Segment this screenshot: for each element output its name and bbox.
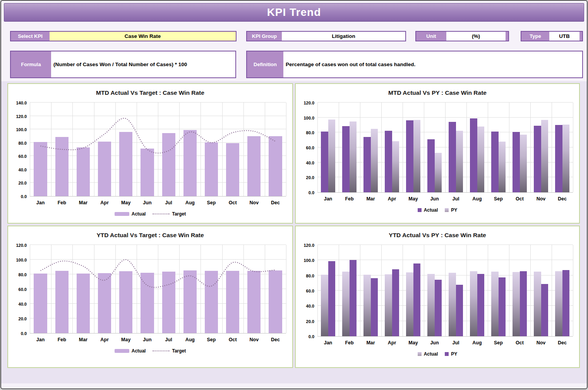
bar-actual-jun — [427, 274, 435, 336]
y-tick-label: 60.0 — [306, 145, 314, 150]
category-slot — [30, 245, 51, 333]
bar-actual-may — [406, 120, 413, 192]
bar-actual-nov — [247, 271, 261, 334]
legend-label: PY — [451, 351, 457, 357]
x-tick-label: Sep — [488, 196, 509, 202]
y-axis: 0.020.040.060.080.0100.0120.0 — [299, 103, 317, 192]
bar-actual-may — [119, 271, 132, 333]
x-tick-label: Feb — [339, 340, 360, 346]
y-tick-label: 20.0 — [19, 316, 27, 321]
x-labels: JanFebMarAprMayJunJulAugSepOctNovDec — [317, 193, 573, 202]
legend-item-actual: Actual — [115, 348, 146, 354]
formula-value: (Number of Cases Won / Total Number of C… — [51, 51, 235, 77]
bar-py-jun — [435, 153, 442, 192]
x-tick-label: Sep — [201, 337, 222, 342]
legend-item-actual: Actual — [115, 211, 146, 217]
bar-actual-aug — [470, 271, 477, 336]
x-tick-label: Nov — [530, 196, 552, 202]
bar-actual-jul — [449, 273, 456, 336]
y-tick-label: 80.0 — [19, 272, 27, 277]
x-tick-label: Dec — [552, 196, 573, 202]
bar-py-may — [413, 263, 421, 336]
x-tick-label: Apr — [381, 196, 403, 202]
y-tick-label: 80.0 — [306, 130, 314, 135]
chart-mtd-actual-vs-target: 0.020.040.060.080.0100.0120.0140.0JanFeb… — [8, 103, 292, 217]
y-axis: 0.020.040.060.080.0100.0120.0140.0 — [11, 103, 30, 196]
bar-py-nov — [541, 284, 549, 336]
x-tick-label: Feb — [51, 337, 72, 342]
category-slot — [94, 103, 115, 196]
x-tick-label: Mar — [360, 196, 381, 202]
y-tick-label: 80.0 — [306, 274, 314, 278]
y-tick-label: 100.0 — [16, 127, 27, 132]
x-tick-label: Aug — [179, 337, 201, 342]
bar-py-oct — [520, 135, 527, 192]
legend-square-swatch — [445, 208, 449, 212]
category-slot — [158, 245, 179, 333]
category-slot — [137, 245, 158, 333]
bar-actual-jun — [141, 273, 154, 333]
x-tick-label: Aug — [179, 200, 201, 205]
category-slot — [317, 245, 339, 336]
y-tick-label: 100.0 — [16, 258, 27, 262]
chart-canvas: 0.020.040.060.080.0100.0120.0 — [296, 245, 579, 337]
y-tick-label: 0.0 — [21, 194, 27, 199]
x-tick-label: Dec — [265, 337, 286, 342]
bar-actual-aug — [183, 130, 197, 196]
bar-actual-dec — [269, 270, 282, 333]
x-tick-label: Jun — [424, 340, 445, 346]
category-slot — [72, 245, 94, 333]
filters-row: Select KPI Case Win Rate KPI Group Litig… — [10, 31, 587, 41]
bar-actual-oct — [226, 143, 239, 196]
definition-field: Definition Percentage of cases won out o… — [246, 51, 583, 78]
legend-item-target: Target — [153, 211, 186, 217]
y-tick-label: 40.0 — [19, 302, 27, 306]
category-slot — [466, 103, 488, 192]
x-tick-label: Jun — [137, 337, 158, 342]
x-tick-label: May — [115, 200, 137, 205]
chart-canvas: 0.020.040.060.080.0100.0120.0 — [8, 245, 292, 334]
definition-value: Percentage of cases won out of total cas… — [283, 51, 582, 77]
bar-actual-oct — [226, 271, 239, 333]
category-slot — [51, 245, 72, 333]
info-row: Formula (Number of Cases Won / Total Num… — [10, 51, 587, 78]
bar-actual-oct — [513, 272, 520, 336]
bar-py-feb — [350, 121, 357, 192]
legend-label: Actual — [132, 211, 146, 217]
x-tick-label: Sep — [201, 200, 222, 205]
x-tick-label: Oct — [509, 196, 530, 202]
legend-bar-swatch — [115, 212, 129, 216]
plot-area — [317, 103, 573, 193]
x-tick-label: Jan — [30, 200, 51, 205]
bar-actual-jun — [427, 139, 435, 192]
kpi-group-value: Litigation — [282, 32, 405, 41]
select-kpi-field: Select KPI Case Win Rate — [10, 31, 237, 41]
plot-area — [30, 245, 286, 334]
bar-actual-sep — [205, 142, 218, 196]
legend-item-py: PY — [445, 351, 457, 357]
bars-layer — [30, 103, 286, 196]
category-slot — [530, 103, 552, 192]
bar-actual-jul — [162, 133, 175, 196]
bar-py-sep — [499, 142, 506, 192]
bars-layer — [317, 103, 573, 192]
chart-panel-ytd-actual-vs-py: YTD Actual Vs PY : Case Win Rate 0.020.0… — [295, 226, 580, 368]
formula-field: Formula (Number of Cases Won / Total Num… — [10, 51, 236, 78]
category-slot — [445, 103, 466, 192]
select-kpi-value[interactable]: Case Win Rate — [50, 32, 236, 41]
gridline-vertical — [286, 245, 286, 333]
x-tick-label: Apr — [381, 340, 403, 346]
category-slot — [72, 103, 94, 196]
unit-value: (%) — [446, 32, 506, 41]
bar-py-jan — [328, 120, 336, 193]
x-tick-label: Oct — [509, 340, 530, 346]
unit-field: Unit (%) — [415, 31, 509, 41]
category-slot — [424, 103, 445, 192]
chart-panel-mtd-actual-vs-py: MTD Actual Vs PY : Case Win Rate 0.020.0… — [295, 83, 580, 224]
unit-label: Unit — [416, 32, 446, 41]
chart-legend: ActualTarget — [8, 348, 292, 354]
category-slot — [381, 103, 403, 192]
y-axis: 0.020.040.060.080.0100.0120.0 — [299, 245, 317, 336]
x-axis: JanFebMarAprMayJunJulAugSepOctNovDec — [8, 334, 292, 342]
x-tick-label: Mar — [72, 337, 94, 342]
